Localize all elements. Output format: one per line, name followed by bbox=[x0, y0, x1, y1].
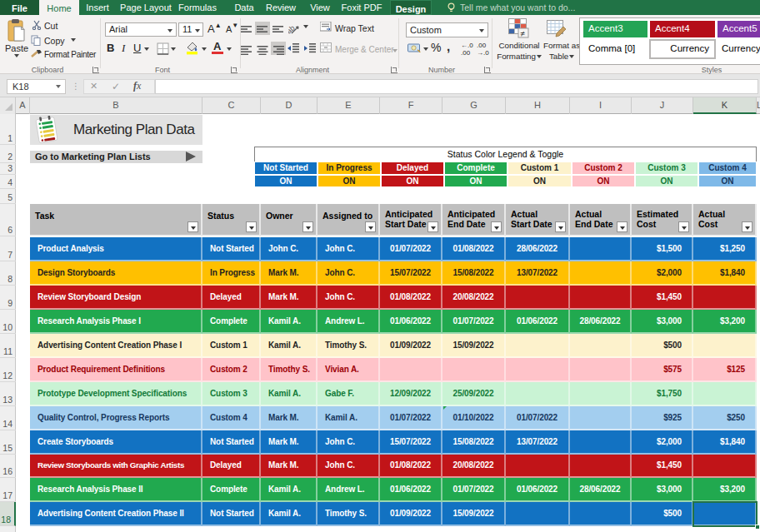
svg-text:≠: ≠ bbox=[521, 29, 526, 38]
